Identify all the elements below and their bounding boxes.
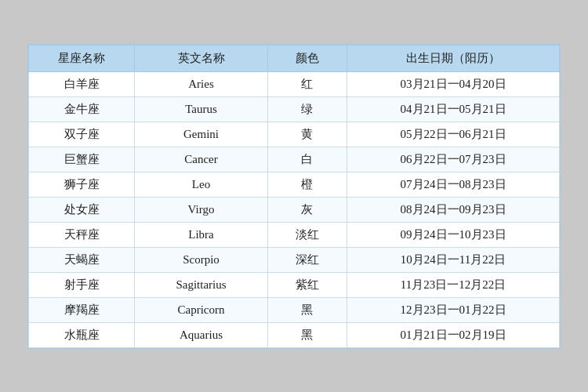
table-row: 射手座Sagittarius紫红11月23日一12月22日 <box>29 272 560 297</box>
table-row: 狮子座Leo橙07月24日一08月23日 <box>29 172 560 197</box>
cell-date-1: 04月21日一05月21日 <box>347 96 560 122</box>
cell-chinese-10: 水瓶座 <box>29 322 135 347</box>
cell-english-6: Libra <box>135 222 267 247</box>
table-row: 水瓶座Aquarius黑01月21日一02月19日 <box>29 322 560 347</box>
cell-english-1: Taurus <box>135 96 267 122</box>
table-row: 天秤座Libra淡红09月24日一10月23日 <box>29 222 560 247</box>
table-row: 巨蟹座Cancer白06月22日一07月23日 <box>29 147 560 172</box>
cell-english-7: Scorpio <box>135 247 267 272</box>
cell-color-6: 淡红 <box>267 222 347 247</box>
cell-date-10: 01月21日一02月19日 <box>347 322 560 347</box>
cell-chinese-5: 处女座 <box>29 197 135 222</box>
cell-chinese-7: 天蝎座 <box>29 247 135 272</box>
cell-english-9: Capricorn <box>135 297 267 322</box>
cell-date-9: 12月23日一01月22日 <box>347 297 560 322</box>
cell-chinese-2: 双子座 <box>29 122 135 147</box>
cell-date-3: 06月22日一07月23日 <box>347 147 560 172</box>
cell-color-0: 红 <box>267 71 347 96</box>
header-chinese: 星座名称 <box>29 45 135 71</box>
header-english: 英文名称 <box>135 45 267 71</box>
cell-date-5: 08月24日一09月23日 <box>347 197 560 222</box>
cell-date-8: 11月23日一12月22日 <box>347 272 560 297</box>
cell-date-6: 09月24日一10月23日 <box>347 222 560 247</box>
cell-english-0: Aries <box>135 71 267 96</box>
cell-color-8: 紫红 <box>267 272 347 297</box>
cell-chinese-0: 白羊座 <box>29 71 135 96</box>
cell-date-0: 03月21日一04月20日 <box>347 71 560 96</box>
cell-english-2: Gemini <box>135 122 267 147</box>
cell-color-9: 黑 <box>267 297 347 322</box>
header-color: 颜色 <box>267 45 347 71</box>
cell-chinese-4: 狮子座 <box>29 172 135 197</box>
table-row: 双子座Gemini黄05月22日一06月21日 <box>29 122 560 147</box>
cell-english-4: Leo <box>135 172 267 197</box>
header-date: 出生日期（阳历） <box>347 45 560 71</box>
zodiac-table: 星座名称 英文名称 颜色 出生日期（阳历） 白羊座Aries红03月21日一04… <box>28 45 560 348</box>
cell-english-8: Sagittarius <box>135 272 267 297</box>
table-header-row: 星座名称 英文名称 颜色 出生日期（阳历） <box>29 45 560 71</box>
table-row: 白羊座Aries红03月21日一04月20日 <box>29 71 560 96</box>
cell-color-7: 深红 <box>267 247 347 272</box>
zodiac-table-container: 星座名称 英文名称 颜色 出生日期（阳历） 白羊座Aries红03月21日一04… <box>27 44 561 349</box>
table-row: 摩羯座Capricorn黑12月23日一01月22日 <box>29 297 560 322</box>
cell-chinese-8: 射手座 <box>29 272 135 297</box>
table-row: 天蝎座Scorpio深红10月24日一11月22日 <box>29 247 560 272</box>
cell-color-3: 白 <box>267 147 347 172</box>
cell-chinese-6: 天秤座 <box>29 222 135 247</box>
cell-chinese-9: 摩羯座 <box>29 297 135 322</box>
cell-date-2: 05月22日一06月21日 <box>347 122 560 147</box>
cell-chinese-3: 巨蟹座 <box>29 147 135 172</box>
table-row: 处女座Virgo灰08月24日一09月23日 <box>29 197 560 222</box>
cell-color-2: 黄 <box>267 122 347 147</box>
cell-date-4: 07月24日一08月23日 <box>347 172 560 197</box>
cell-color-4: 橙 <box>267 172 347 197</box>
cell-color-5: 灰 <box>267 197 347 222</box>
cell-english-3: Cancer <box>135 147 267 172</box>
cell-date-7: 10月24日一11月22日 <box>347 247 560 272</box>
cell-english-5: Virgo <box>135 197 267 222</box>
table-row: 金牛座Taurus绿04月21日一05月21日 <box>29 96 560 122</box>
cell-color-1: 绿 <box>267 96 347 122</box>
cell-chinese-1: 金牛座 <box>29 96 135 122</box>
cell-english-10: Aquarius <box>135 322 267 347</box>
cell-color-10: 黑 <box>267 322 347 347</box>
